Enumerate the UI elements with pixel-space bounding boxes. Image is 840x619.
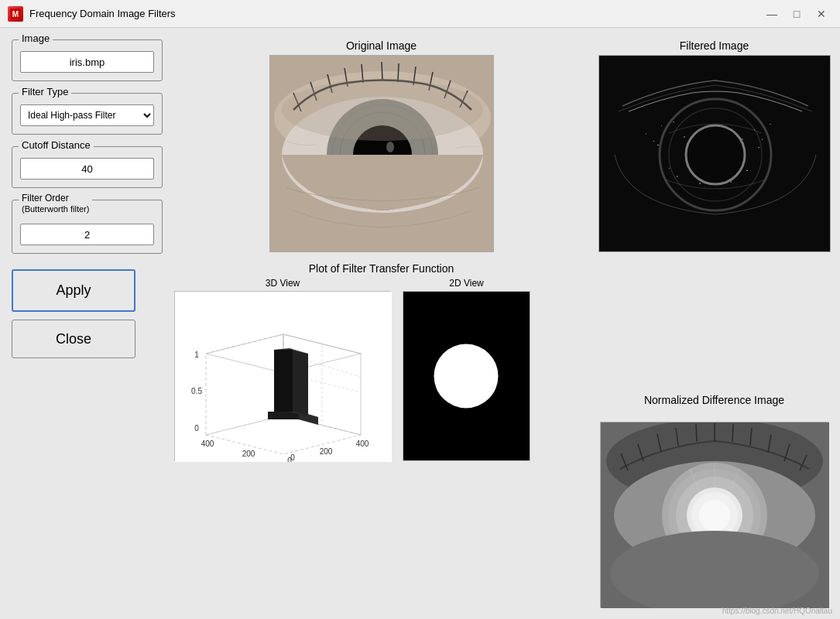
svg-line-14 (382, 62, 382, 80)
svg-rect-52 (758, 147, 759, 148)
minimize-button[interactable]: — (761, 6, 783, 22)
filtered-image-label: Filtered Image (680, 39, 749, 52)
original-image-section: Original Image (174, 39, 588, 252)
svg-rect-46 (646, 133, 646, 135)
cutoff-input[interactable] (20, 158, 154, 180)
svg-text:M: M (12, 10, 19, 19)
norm-diff-section: Normalized Difference Image (600, 394, 828, 607)
filter-type-group: Filter Type Ideal High-pass FilterIdeal … (12, 93, 163, 135)
left-panel: Image Filter Type Ideal High-pass Filter… (12, 39, 163, 607)
y-tick-1: 1 (194, 351, 199, 359)
z-tick-200: 200 (320, 447, 333, 456)
norm-diff-label: Normalized Difference Image (600, 394, 828, 406)
plot-3d-svg: 1 0.5 0 400 200 0 0 200 400 (175, 292, 392, 462)
filter-type-label: Filter Type (19, 86, 71, 97)
x-tick-200: 200 (242, 450, 255, 458)
plot-2d-svg (403, 291, 530, 461)
x-tick-400: 400 (201, 439, 214, 448)
svg-rect-51 (762, 139, 763, 140)
filter-order-input[interactable] (20, 224, 154, 245)
filtered-image-section: Filtered Image (600, 39, 828, 382)
view-2d-label: 2D View (449, 278, 483, 289)
svg-rect-53 (669, 168, 670, 169)
plot-title: Plot of Filter Transfer Function (174, 262, 588, 275)
plot-3d-container: 3D View (174, 278, 391, 461)
svg-point-21 (282, 79, 483, 141)
action-buttons: Apply Close (12, 269, 163, 358)
plot-row: 3D View (174, 278, 588, 461)
svg-rect-49 (653, 141, 654, 142)
plot-2d-box (403, 291, 530, 461)
filtered-eye-svg (599, 56, 831, 252)
svg-rect-54 (677, 176, 677, 177)
svg-rect-50 (657, 145, 659, 145)
close-app-button[interactable]: Close (12, 320, 135, 358)
center-panel: Original Image (174, 39, 588, 607)
svg-marker-35 (293, 350, 308, 416)
cutoff-group: Cutoff Distance (12, 146, 163, 188)
plot-section: Plot of Filter Transfer Function 3D View (174, 262, 588, 461)
top-images-row: Original Image (174, 39, 588, 252)
svg-rect-45 (673, 121, 674, 122)
filter-order-legend: Filter Order(Butterworth filter) (19, 193, 92, 214)
titlebar: M Frequency Domain Image Filters — □ ✕ (0, 0, 840, 28)
original-image-box (269, 55, 494, 252)
z-tick-400: 400 (356, 439, 369, 448)
svg-rect-47 (754, 129, 755, 130)
svg-point-20 (386, 142, 394, 152)
image-filename-input[interactable] (20, 51, 154, 73)
apply-button[interactable]: Apply (12, 269, 135, 312)
svg-line-15 (398, 63, 399, 82)
filter-order-group: Filter Order(Butterworth filter) (12, 200, 163, 254)
image-group: Image (12, 39, 163, 81)
original-eye-svg (270, 56, 494, 252)
svg-line-74 (696, 424, 697, 442)
svg-point-69 (699, 500, 730, 531)
svg-marker-34 (274, 350, 293, 412)
right-panel: Filtered Image (600, 39, 828, 607)
norm-diff-image-box (600, 422, 828, 607)
y-tick-05: 0.5 (191, 387, 202, 395)
window-controls: — □ ✕ (761, 6, 832, 22)
svg-rect-44 (661, 125, 662, 126)
image-group-label: Image (19, 32, 53, 44)
filter-type-select[interactable]: Ideal High-pass FilterIdeal Low-pass Fil… (20, 104, 154, 126)
svg-rect-55 (746, 170, 748, 171)
svg-point-58 (699, 183, 701, 184)
plot-2d-container: 2D View (403, 278, 530, 461)
window-close-button[interactable]: ✕ (811, 6, 832, 22)
svg-rect-48 (770, 124, 771, 125)
maximize-button[interactable]: □ (786, 6, 807, 22)
svg-point-57 (742, 139, 743, 140)
watermark: https://blog.csdn.net/HQOnaltau (722, 607, 832, 615)
svg-line-76 (732, 424, 733, 442)
window-title: Frequency Domain Image Filters (29, 8, 755, 19)
app-icon: M (8, 6, 23, 22)
main-content: Image Filter Type Ideal High-pass Filter… (0, 28, 840, 619)
filtered-image-box (598, 55, 831, 252)
view-3d-label: 3D View (266, 278, 300, 289)
original-image-label: Original Image (346, 39, 417, 52)
norm-diff-svg (601, 422, 829, 608)
z-tick-0b: 0 (290, 453, 295, 462)
cutoff-label: Cutoff Distance (19, 139, 94, 151)
plot-3d-box: 1 0.5 0 400 200 0 0 200 400 (174, 291, 391, 461)
svg-point-38 (434, 344, 499, 409)
svg-point-59 (730, 181, 732, 183)
y-tick-0: 0 (194, 424, 199, 433)
svg-point-56 (684, 136, 685, 138)
